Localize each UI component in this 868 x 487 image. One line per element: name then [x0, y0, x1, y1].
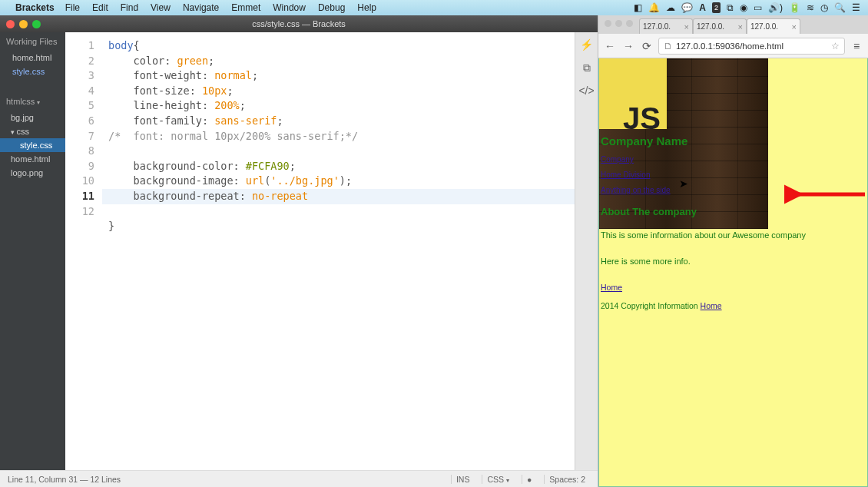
- adobe-icon[interactable]: A: [699, 2, 706, 13]
- menu-icon[interactable]: ≡: [850, 39, 863, 53]
- code-area[interactable]: body{ color: green; font-weight: normal;…: [102, 32, 575, 470]
- close-icon[interactable]: [605, 20, 611, 27]
- dropbox-icon[interactable]: ⧉: [727, 2, 734, 13]
- badge-icon[interactable]: 2: [712, 2, 721, 13]
- tab-close-icon[interactable]: ×: [684, 22, 689, 31]
- browser-tab[interactable]: 127.0.0.×: [693, 18, 747, 34]
- zoom-icon[interactable]: [626, 20, 633, 27]
- minimize-icon[interactable]: [615, 20, 622, 27]
- spotlight-icon[interactable]: 🔍: [834, 2, 846, 13]
- annotation-arrow: [784, 183, 868, 206]
- working-file[interactable]: home.html: [0, 51, 65, 65]
- system-tray: ◧ 🔔 ☁ 💬 A 2 ⧉ ◉ ▭ 🔊) 🔋 ≋ ◷ 🔍 ☰: [634, 2, 860, 13]
- clock-icon[interactable]: ◷: [820, 2, 828, 13]
- working-file[interactable]: style.css: [0, 65, 65, 78]
- nav-link[interactable]: Company: [601, 152, 866, 167]
- display-icon[interactable]: ▭: [754, 2, 762, 13]
- tab-close-icon[interactable]: ×: [738, 22, 743, 31]
- code-icon[interactable]: </>: [579, 83, 595, 98]
- menu-debug[interactable]: Debug: [318, 2, 345, 13]
- app-name[interactable]: Brackets: [15, 2, 55, 13]
- chrome-window: 127.0.0.× 127.0.0.× 127.0.0.× ← → ⟳ 🗋 12…: [598, 15, 868, 487]
- tab-close-icon[interactable]: ×: [792, 22, 797, 31]
- editor[interactable]: 123456789101112 body{ color: green; font…: [65, 32, 598, 470]
- tab-strip: 127.0.0.× 127.0.0.× 127.0.0.×: [598, 15, 868, 34]
- brackets-sidebar: Working Files home.html style.css htmlcs…: [0, 32, 65, 470]
- cursor-position: Line 11, Column 31 — 12 Lines: [8, 475, 443, 484]
- body-text: Here is some more info.: [599, 252, 867, 270]
- tree-file-active[interactable]: style.css: [0, 138, 65, 152]
- browser-tab-active[interactable]: 127.0.0.×: [747, 18, 800, 34]
- menu-find[interactable]: Find: [121, 2, 138, 13]
- working-files-header[interactable]: Working Files: [0, 32, 65, 51]
- chat-icon[interactable]: 💬: [681, 2, 693, 13]
- battery-icon[interactable]: 🔋: [789, 2, 800, 13]
- page-icon: 🗋: [664, 41, 673, 51]
- tree-file[interactable]: bg.jpg: [0, 111, 65, 124]
- menu-edit[interactable]: Edit: [92, 2, 108, 13]
- line-gutter: 123456789101112: [65, 32, 102, 470]
- footer: 2014 Copyright Information Home: [599, 297, 867, 315]
- company-heading: Company Name: [599, 134, 867, 149]
- menu-help[interactable]: Help: [357, 2, 376, 13]
- bell-icon[interactable]: 🔔: [648, 2, 660, 13]
- zoom-icon[interactable]: [32, 20, 41, 28]
- brackets-window: css/style.css — Brackets Working Files h…: [0, 15, 598, 487]
- status-indicator[interactable]: ●: [522, 475, 536, 484]
- extension-bar: ⚡ ⧉ </>: [575, 32, 598, 470]
- back-icon[interactable]: ←: [603, 39, 617, 53]
- forward-icon[interactable]: →: [621, 39, 635, 53]
- language-mode[interactable]: CSS ▾: [482, 475, 514, 484]
- menu-view[interactable]: View: [151, 2, 171, 13]
- bookmark-icon[interactable]: ☆: [831, 41, 840, 51]
- cloud-icon[interactable]: ☁: [666, 2, 675, 13]
- about-heading: About The company: [599, 204, 867, 220]
- window-title: css/style.css — Brackets: [0, 19, 598, 28]
- project-header[interactable]: htmlcss ▾: [0, 92, 65, 111]
- url-text: 127.0.0.1:59036/home.html: [676, 41, 828, 51]
- minimize-icon[interactable]: [19, 20, 28, 28]
- home-link[interactable]: Home: [601, 283, 622, 292]
- tree-folder[interactable]: css: [0, 124, 65, 138]
- tray-icon[interactable]: ◧: [634, 2, 642, 13]
- live-preview-icon[interactable]: ⚡: [579, 37, 595, 52]
- tree-file[interactable]: logo.png: [0, 166, 65, 180]
- sync-icon[interactable]: ◉: [740, 2, 747, 13]
- menu-window[interactable]: Window: [273, 2, 306, 13]
- indent-setting[interactable]: Spaces: 2: [544, 475, 590, 484]
- mac-menubar: Brackets File Edit Find View Navigate Em…: [0, 0, 868, 15]
- insert-mode[interactable]: INS: [451, 475, 475, 484]
- browser-tab[interactable]: 127.0.0.×: [639, 18, 693, 34]
- nav-link[interactable]: Home Division: [601, 167, 866, 183]
- brackets-titlebar[interactable]: css/style.css — Brackets: [0, 15, 598, 32]
- menu-navigate[interactable]: Navigate: [183, 2, 219, 13]
- menu-icon[interactable]: ☰: [852, 2, 860, 13]
- footer-link[interactable]: Home: [701, 301, 722, 310]
- wifi-icon[interactable]: ≋: [807, 2, 814, 13]
- page-content: JS Company Name Company Home Division An…: [598, 58, 868, 487]
- volume-icon[interactable]: 🔊): [768, 2, 783, 13]
- reload-icon[interactable]: ⟳: [640, 39, 654, 53]
- tree-file[interactable]: home.html: [0, 152, 65, 166]
- status-bar: Line 11, Column 31 — 12 Lines INS CSS ▾ …: [0, 470, 598, 487]
- close-icon[interactable]: [6, 20, 15, 28]
- menu-file[interactable]: File: [65, 2, 80, 13]
- browser-toolbar: ← → ⟳ 🗋 127.0.0.1:59036/home.html ☆ ≡: [598, 34, 868, 58]
- menu-emmet[interactable]: Emmet: [231, 2, 260, 13]
- extension-icon[interactable]: ⧉: [579, 60, 595, 75]
- address-bar[interactable]: 🗋 127.0.0.1:59036/home.html ☆: [658, 38, 845, 55]
- js-logo: JS: [599, 58, 667, 129]
